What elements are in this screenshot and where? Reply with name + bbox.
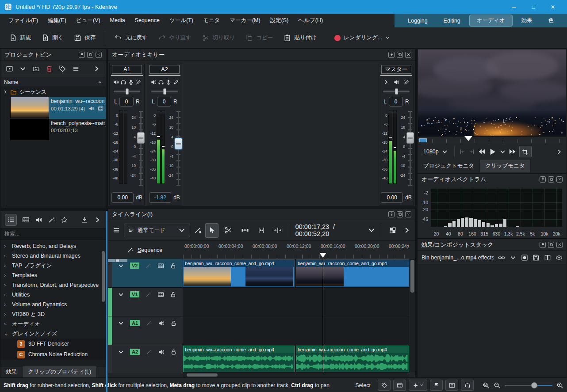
close-icon[interactable] (96, 52, 102, 58)
paste-button[interactable]: 貼り付け (279, 31, 322, 45)
menu-item[interactable]: ツール(T) (165, 14, 198, 27)
audio-icon[interactable] (88, 106, 94, 111)
timeline-ruler[interactable]: 00:00:00;0000:00:04;0000:00:08;0000:00:1… (183, 241, 409, 259)
track-video-icon[interactable] (157, 291, 164, 298)
delete-icon[interactable] (46, 65, 53, 72)
zone-handle[interactable] (115, 259, 119, 262)
monitor-seek-ruler[interactable] (418, 136, 566, 144)
status-audio-thumbnails-button[interactable] (461, 380, 474, 391)
menu-item[interactable]: 編集(E) (43, 14, 71, 27)
record-icon[interactable] (128, 79, 134, 85)
zone-in-icon[interactable] (459, 148, 466, 155)
float-icon[interactable] (548, 176, 554, 183)
effects-item[interactable]: 33D FFT Denoiser (0, 339, 106, 349)
close-icon[interactable] (405, 211, 411, 217)
pin-icon[interactable] (388, 211, 395, 217)
pin-icon[interactable] (540, 176, 546, 183)
video-effects-icon[interactable] (22, 216, 30, 224)
balance-value[interactable]: 0 (157, 97, 171, 107)
close-button[interactable]: ✕ (543, 0, 563, 14)
scrollbar-thumb[interactable] (187, 373, 218, 377)
tab-clip-properties[interactable]: クリップのプロパティ(L) (22, 366, 97, 377)
close-icon[interactable] (556, 176, 563, 183)
favorites-icon[interactable] (61, 216, 68, 224)
resolution-select[interactable]: 1080p (421, 147, 450, 157)
float-icon[interactable] (397, 52, 403, 58)
status-markers-button[interactable] (430, 380, 443, 391)
menu-item[interactable]: ヘルプ(H) (293, 14, 328, 27)
track-audio-icon[interactable] (158, 320, 165, 327)
status-titles-button[interactable] (445, 380, 458, 391)
show-effects-icon[interactable] (135, 79, 142, 85)
monitor-zone[interactable] (419, 138, 427, 142)
channel-name[interactable]: マスター (381, 65, 411, 74)
clip-view-icon[interactable] (6, 65, 13, 72)
minimize-button[interactable]: ─ (504, 0, 524, 14)
effects-category[interactable]: ›VR360 と 3D (0, 309, 106, 319)
menu-item[interactable]: モニタ (198, 14, 225, 27)
track-lock-icon[interactable] (170, 320, 177, 327)
balance-value[interactable]: 0 (119, 97, 134, 107)
chevron-down-icon[interactable] (510, 254, 517, 261)
chevron-right-icon[interactable] (556, 148, 563, 155)
expand-icon[interactable] (383, 79, 389, 85)
chevron-right-icon[interactable] (93, 65, 100, 72)
download-icon[interactable] (81, 216, 88, 224)
render-button[interactable]: レンダリング... (329, 31, 395, 45)
rewind-icon[interactable] (478, 148, 486, 156)
pin-icon[interactable] (79, 52, 85, 58)
status-tags-button[interactable] (378, 380, 391, 391)
status-mix-button[interactable] (409, 380, 427, 391)
workspace-tab[interactable]: 効果 (514, 15, 540, 26)
audio-clip[interactable]: benjamin_wu--raccoon_come_and_go.mp4 (296, 346, 409, 372)
bin-folder-row[interactable]: シーケンス (0, 87, 106, 97)
volume-fader[interactable] (175, 111, 182, 186)
zoom-out-icon[interactable] (494, 382, 501, 389)
zoom-slider[interactable] (505, 382, 552, 389)
track-lock-icon[interactable] (170, 349, 177, 355)
forward-icon[interactable] (509, 148, 517, 156)
tab-project-monitor[interactable]: プロジェクトモニタ (418, 160, 479, 172)
tab-clip-monitor[interactable]: クリップモニタ (479, 159, 531, 172)
menu-item[interactable]: ファイル(F) (4, 14, 43, 27)
mute-icon[interactable] (393, 79, 399, 85)
cut-button[interactable]: 切り取り (197, 31, 240, 45)
monitor-video-frame[interactable] (418, 49, 566, 136)
track-active-indicator[interactable] (108, 345, 112, 373)
zoom-slider-handle[interactable] (531, 382, 537, 388)
menu-item[interactable]: ビュー(V) (71, 14, 105, 27)
video-icon[interactable] (98, 106, 103, 111)
track-header-a2[interactable]: A2 (108, 345, 183, 373)
track-header-v1[interactable]: V1 (108, 288, 183, 316)
play-icon[interactable] (488, 148, 497, 156)
chevron-right-icon[interactable] (403, 226, 411, 234)
collapse-icon[interactable] (118, 263, 124, 269)
link-icon[interactable] (498, 254, 505, 261)
close-icon[interactable] (405, 52, 411, 58)
pan-slider[interactable] (383, 88, 410, 95)
track-lock-icon[interactable] (170, 291, 176, 298)
track-audio-icon[interactable] (158, 349, 165, 355)
zoom-in-icon[interactable] (556, 382, 563, 389)
db-value[interactable]: -1.82 (149, 192, 171, 203)
track-effects-icon[interactable] (146, 349, 152, 355)
save-button[interactable]: 保存 (69, 31, 100, 45)
track-effects-icon[interactable] (146, 320, 152, 327)
track-active-indicator[interactable] (108, 316, 112, 345)
track-lane-v2[interactable]: benjamin_wu--raccoon_come_and_go.mp4 ben… (183, 259, 409, 287)
pin-icon[interactable] (388, 52, 395, 58)
redo-button[interactable]: やり直す (153, 31, 196, 45)
chevron-right-icon[interactable] (3, 90, 8, 94)
workspace-tab[interactable]: Logging (401, 16, 435, 26)
track-lane-a2[interactable]: benjamin_wu--raccoon_come_and_go.mp4 ben… (183, 345, 409, 373)
track-active-indicator[interactable] (108, 259, 112, 287)
undo-button[interactable]: 元に戻す (110, 31, 153, 45)
timecode-display[interactable]: 00:00:17,23 / 00:00:52,20 (295, 223, 364, 237)
audio-effects-icon[interactable] (35, 216, 42, 224)
pan-handle[interactable] (163, 88, 166, 95)
float-icon[interactable] (87, 52, 93, 58)
workspace-tab[interactable]: Editing (437, 16, 467, 26)
effects-category[interactable]: ›Transform, Distort, and Perspective (0, 280, 106, 290)
volume-fader[interactable] (406, 111, 414, 186)
track-header-a1[interactable]: A1 (108, 316, 183, 345)
